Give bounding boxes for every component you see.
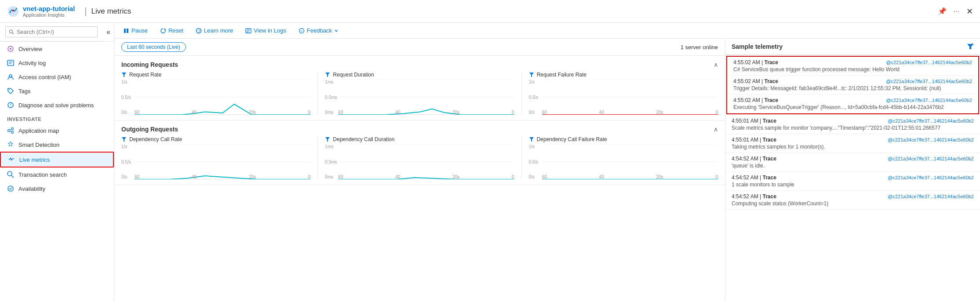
dep-call-failure-y-labels: 1/s0.5/s0/s: [529, 144, 542, 179]
dep-call-failure-chart: Dependency Call Failure Rate 1/s0.5/s0/s: [529, 136, 718, 179]
close-icon[interactable]: ✕: [966, 7, 973, 16]
svg-text:!: !: [10, 103, 11, 108]
svg-line-20: [11, 159, 12, 160]
sidebar-item-activity-log[interactable]: Activity log: [0, 56, 114, 70]
telemetry-id-1: @c221a34ce7ffe37...1462144ac5e60b2: [886, 79, 972, 84]
header-title-block: vnet-app-tutorial Application Insights: [23, 5, 75, 18]
telemetry-item-6[interactable]: 4:54:52 AM | Trace @c221a34ce7ffe37...14…: [725, 172, 980, 191]
diagnose-icon: !: [7, 102, 14, 109]
telemetry-type-5: Trace: [763, 156, 776, 162]
telemetry-item-0[interactable]: 4:55:02 AM | Trace @c221a34ce7ffe37...14…: [727, 57, 978, 76]
view-in-logs-label: View in Logs: [254, 27, 286, 34]
incoming-charts-row: Request Rate 1/s0.5/s0/s: [121, 72, 718, 115]
telemetry-filter-icon[interactable]: [967, 43, 974, 50]
sidebar-item-overview[interactable]: Overview: [0, 42, 114, 56]
telemetry-id-5: @c221a34ce7ffe37...1462144ac5e60b2: [888, 156, 974, 161]
svg-marker-50: [325, 137, 330, 142]
sidebar-item-live-metrics[interactable]: Live metrics: [0, 152, 114, 167]
investigate-section-label: Investigate: [0, 112, 114, 124]
sidebar-item-availability[interactable]: Availability: [0, 182, 114, 196]
telemetry-type-4: Trace: [763, 137, 776, 143]
telemetry-type-1: Trace: [765, 78, 778, 84]
dep-call-failure-filter-icon[interactable]: [529, 137, 534, 142]
feedback-label: Feedback: [307, 27, 332, 34]
telemetry-item-7[interactable]: 4:54:52 AM | Trace @c221a34ce7ffe37...14…: [725, 191, 980, 210]
reset-button[interactable]: Reset: [158, 26, 185, 35]
telemetry-msg-0: C# ServiceBus queue trigger function pro…: [733, 66, 972, 73]
pause-label: Pause: [131, 27, 148, 34]
request-failure-label: Request Failure Rate: [529, 72, 718, 78]
tags-icon: [7, 87, 14, 95]
activity-log-label: Activity log: [18, 60, 46, 66]
dependency-call-rate-chart: Dependency Call Rate 1/s0.5/s0/s: [121, 136, 318, 179]
request-rate-area: 1/s0.5/s0/s 604020s0: [121, 80, 310, 115]
live-metrics-label: Live metrics: [19, 156, 50, 163]
svg-line-16: [10, 131, 11, 132]
sidebar-item-access-control[interactable]: Access control (IAM): [0, 70, 114, 84]
telemetry-type-2: Trace: [765, 97, 778, 103]
sidebar-item-transaction-search[interactable]: Transaction search: [0, 167, 114, 182]
svg-point-12: [8, 130, 10, 132]
svg-point-14: [11, 131, 14, 134]
sidebar-item-smart-detection[interactable]: Smart Detection: [0, 138, 114, 152]
request-failure-filter-icon[interactable]: [529, 72, 534, 77]
time-range-pill[interactable]: Last 60 seconds (Live): [121, 42, 186, 52]
learn-more-icon: ?: [196, 28, 202, 34]
telemetry-item-2[interactable]: 4:55:02 AM | Trace @c221a34ce7ffe37...14…: [727, 95, 978, 113]
telemetry-msg-3: Scale metrics sample for monitor 'compan…: [732, 125, 974, 131]
pin-icon[interactable]: 📌: [938, 7, 947, 15]
telemetry-row1-3: 4:55:01 AM | Trace @c221a34ce7ffe37...14…: [732, 118, 974, 124]
more-options-icon[interactable]: ···: [954, 7, 959, 15]
request-duration-chart: Request Duration 1ms0.5ms0ms: [325, 72, 521, 115]
dep-call-duration-filter-icon[interactable]: [325, 137, 330, 142]
telemetry-title: Sample telemetry: [732, 43, 783, 50]
telemetry-msg-1: Trigger Details: MessageId: fab3ea69cd9e…: [733, 85, 972, 91]
feedback-button[interactable]: Feedback: [297, 26, 340, 35]
outgoing-charts-row: Dependency Call Rate 1/s0.5/s0/s: [121, 136, 718, 179]
search-icon: [9, 29, 14, 35]
app-insights-icon: [7, 5, 19, 18]
search-input-wrap[interactable]: [5, 26, 98, 37]
learn-more-button[interactable]: ? Learn more: [194, 26, 235, 35]
telemetry-msg-4: Taking metrics samples for 1 monitor(s).: [732, 144, 974, 150]
pause-button[interactable]: Pause: [121, 26, 149, 35]
request-rate-x-labels: 604020s0: [135, 110, 310, 115]
telemetry-item-1[interactable]: 4:55:02 AM | Trace @c221a34ce7ffe37...14…: [727, 76, 978, 95]
search-box: [0, 23, 103, 41]
svg-marker-34: [122, 73, 126, 77]
sidebar-item-tags[interactable]: Tags: [0, 84, 114, 98]
telemetry-msg-7: Computing scale status (WorkerCount=1): [732, 200, 974, 207]
dep-call-duration-area: 1ms0.5ms0ms 604020s0: [325, 144, 514, 179]
view-in-logs-button[interactable]: View in Logs: [244, 26, 288, 35]
request-rate-filter-icon[interactable]: [121, 72, 127, 77]
collapse-sidebar-button[interactable]: «: [103, 26, 114, 38]
sidebar-item-diagnose[interactable]: ! Diagnose and solve problems: [0, 98, 114, 112]
telemetry-time-1: 4:55:02 AM | Trace: [733, 78, 778, 84]
request-duration-filter-icon[interactable]: [325, 72, 330, 77]
outgoing-requests-title: Outgoing Requests: [121, 126, 178, 133]
availability-label: Availability: [18, 186, 45, 192]
telemetry-msg-2: Executing 'ServiceBusQueueTrigger' (Reas…: [733, 104, 972, 110]
svg-marker-58: [967, 44, 973, 49]
search-input[interactable]: [17, 29, 94, 35]
request-failure-area: 1/s0.5/s0/s 604020s0: [529, 80, 718, 115]
dep-call-duration-label: Dependency Call Duration: [325, 136, 514, 142]
server-online-status: 1 server online: [681, 44, 718, 51]
incoming-requests-section: Incoming Requests ∧ Request Rate: [114, 56, 725, 120]
svg-line-23: [11, 175, 14, 178]
svg-rect-25: [124, 29, 126, 33]
sidebar-item-application-map[interactable]: Application map: [0, 124, 114, 138]
svg-line-15: [10, 129, 11, 130]
logo-area: vnet-app-tutorial Application Insights: [7, 5, 75, 18]
learn-more-label: Learn more: [204, 27, 233, 34]
telemetry-time-3: 4:55:01 AM | Trace: [732, 118, 776, 124]
incoming-requests-collapse[interactable]: ∧: [714, 61, 718, 68]
telemetry-item-4[interactable]: 4:55:01 AM | Trace @c221a34ce7ffe37...14…: [725, 134, 980, 153]
tags-label: Tags: [18, 88, 30, 95]
outgoing-requests-collapse[interactable]: ∧: [714, 126, 718, 133]
svg-point-0: [12, 10, 14, 11]
telemetry-item-3[interactable]: 4:55:01 AM | Trace @c221a34ce7ffe37...14…: [725, 115, 980, 134]
telemetry-item-5[interactable]: 4:54:52 AM | Trace @c221a34ce7ffe37...14…: [725, 153, 980, 172]
header-divider: |: [84, 6, 87, 16]
dep-call-rate-filter-icon[interactable]: [121, 137, 127, 142]
